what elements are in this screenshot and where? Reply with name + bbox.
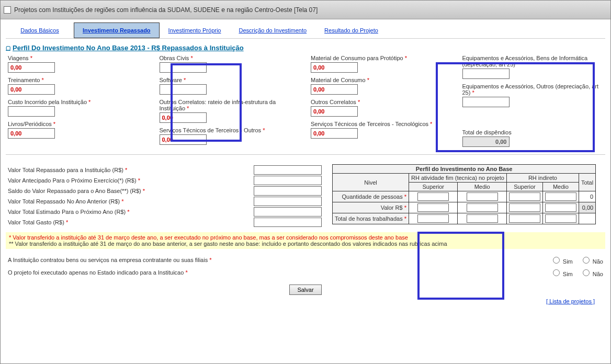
input-obras[interactable] (160, 62, 207, 73)
rh-r0-c3[interactable] (545, 192, 576, 201)
lista-projetos-link[interactable]: [ Lista de projetos ] (546, 298, 595, 304)
label-mat-consumo: Material de Consumo * (311, 77, 452, 83)
q1-yes-radio[interactable] (553, 269, 560, 276)
rh-table: Perfil do Investimento no Ano Base Nivel… (332, 164, 596, 224)
input-equip-outros[interactable] (462, 97, 510, 107)
tabs: Dados Básicos Investimento Repassado Inv… (6, 22, 605, 39)
label-total-1: Valor Antecipado Para o Próximo Exercíci… (8, 177, 254, 184)
label-total-3: Valor Total Repassado No Ano Anterior (R… (8, 198, 254, 204)
q1-no-radio[interactable] (583, 269, 590, 276)
rh-r0-total: 0 (579, 191, 595, 202)
label-total-4: Valor Total Estimado Para o Próximo Ano … (8, 209, 254, 215)
rh-row-0: Quantidade de pessoas * 0 (333, 191, 596, 202)
tab-resultado-projeto[interactable]: Resultado do Projeto (315, 22, 387, 38)
input-custo-inst[interactable] (8, 106, 55, 117)
tab-descricao-investimento[interactable]: Descrição do Investimento (230, 22, 315, 38)
tab-investimento-repassado[interactable]: Investimento Repassado (74, 22, 160, 38)
rh-row-2-label: Total de horas trabalhadas * (333, 213, 409, 224)
rh-r2-c0[interactable] (417, 214, 449, 223)
content: Dados Básicos Investimento Repassado Inv… (1, 19, 610, 308)
question-1-text: O projeto foi executado apenas no Estado… (8, 269, 550, 276)
fields-grid: Viagens * Treinamento * Custo Incorrido … (6, 55, 605, 147)
rh-row-1-label: Valor R$ * (333, 202, 409, 213)
label-livros: Livros/Periódicos * (8, 121, 149, 127)
rh-r0-c1[interactable] (467, 192, 498, 201)
label-correlatos-rateio: Outros Correlatos: rateio de infra-estru… (160, 99, 301, 111)
totals-area: Valor Total Repassado para a Instituição… (6, 164, 605, 228)
titlebar: Projetos com Instituições de regiões com… (1, 1, 610, 19)
tab-investimento-proprio[interactable]: Investimento Próprio (160, 22, 230, 38)
window: Projetos com Instituições de regiões com… (0, 0, 611, 364)
questions: A Instituição contratou bens ou serviços… (6, 255, 605, 277)
rh-r2-c2[interactable] (509, 214, 540, 223)
q0-yes[interactable]: Sim (550, 255, 573, 265)
rh-row-0-label: Quantidade de pessoas * (333, 191, 409, 202)
label-software: Software * (160, 77, 301, 83)
rh-r0-c2[interactable] (509, 192, 540, 201)
q0-no-radio[interactable] (583, 257, 590, 264)
footer: Salvar (6, 285, 605, 295)
rh-r2-c3[interactable] (545, 214, 576, 223)
input-total-4[interactable] (254, 207, 322, 217)
input-total-disp (462, 136, 510, 147)
rh-r2-total (579, 213, 595, 224)
input-equip-info[interactable] (462, 69, 510, 79)
rh-title: Perfil do Investimento no Ano Base (333, 165, 596, 174)
totals-left: Valor Total Repassado para a Instituição… (8, 164, 322, 228)
input-total-5[interactable] (254, 218, 322, 227)
rh-r0-c0[interactable] (417, 192, 449, 201)
section-header: Perfil Do Investimento No Ano Base 2013 … (6, 44, 605, 52)
rh-table-wrap: Perfil do Investimento no Ano Base Nivel… (332, 164, 596, 228)
save-button[interactable]: Salvar (289, 285, 321, 295)
input-mat-prototipo[interactable] (311, 62, 358, 73)
input-total-1[interactable] (254, 176, 322, 185)
input-livros[interactable] (8, 128, 55, 139)
input-software[interactable] (160, 84, 207, 95)
rh-r1-c1[interactable] (467, 203, 498, 212)
rh-r1-c3[interactable] (545, 203, 576, 212)
note-2: ** Valor transferido a instituição até 3… (9, 241, 602, 247)
rh-r1-c0[interactable] (417, 203, 449, 212)
rh-row-2: Total de horas trabalhadas * (333, 213, 596, 224)
q1-yes[interactable]: Sim (550, 268, 573, 277)
rh-colgroup-1: RH indireto (506, 174, 579, 183)
col-2: Obras Civis * Software * Outros Correlat… (160, 55, 301, 147)
rh-sub-1: Medio (458, 183, 506, 191)
input-total-3[interactable] (254, 197, 322, 206)
rh-row-1: Valor R$ * 0,00 (333, 202, 596, 213)
rh-sub-3: Medio (542, 183, 579, 191)
rh-r1-c2[interactable] (509, 203, 540, 212)
tab-dados-basicos[interactable]: Dados Básicos (6, 22, 74, 38)
input-mat-consumo[interactable] (311, 84, 358, 95)
input-total-0[interactable] (254, 165, 322, 175)
label-treinamento: Treinamento * (8, 77, 149, 83)
input-treinamento[interactable] (8, 84, 55, 95)
q0-no[interactable]: Não (580, 255, 603, 265)
input-viagens[interactable] (8, 62, 55, 73)
label-custo-inst: Custo Incorrido pela Instituição * (8, 99, 149, 105)
rh-r2-c1[interactable] (467, 214, 498, 223)
link-bottom: [ Lista de projetos ] (6, 298, 605, 304)
rh-r1-total: 0,00 (579, 202, 595, 213)
q1-no[interactable]: Não (580, 268, 603, 277)
input-correlatos-rateio[interactable] (160, 112, 207, 123)
label-serv-outros: Serviços Técnicos de Terceiros - Outros … (160, 127, 301, 133)
input-serv-outros[interactable] (160, 134, 207, 145)
label-equip-info: Equipamentos e Acessórios, Bens de Infor… (462, 55, 604, 67)
note-1: * Valor transferido a instituição até 31… (9, 234, 602, 241)
q0-yes-radio[interactable] (553, 257, 560, 264)
question-0-text: A Instituição contratou bens ou serviços… (8, 257, 550, 263)
input-correlatos[interactable] (311, 106, 358, 117)
input-serv-tec[interactable] (311, 128, 358, 139)
col-1: Viagens * Treinamento * Custo Incorrido … (8, 55, 149, 147)
window-title: Projetos com Instituições de regiões com… (14, 6, 318, 14)
label-total-2: Saldo do Valor Repassado para o Ano Base… (8, 188, 254, 194)
notes: * Valor transferido a instituição até 31… (6, 232, 605, 249)
col-3: Material de Consumo para Protótipo * Mat… (311, 55, 452, 147)
label-total-5: Valor Total Gasto (R$) * (8, 219, 254, 225)
input-total-2[interactable] (254, 186, 322, 196)
rh-colgroup-0: RH atividade fim (tecnica) no projeto (409, 174, 507, 183)
rh-sub-0: Superior (409, 183, 458, 191)
label-total-disp: Total de dispêndios (462, 129, 604, 135)
window-icon (4, 6, 11, 14)
